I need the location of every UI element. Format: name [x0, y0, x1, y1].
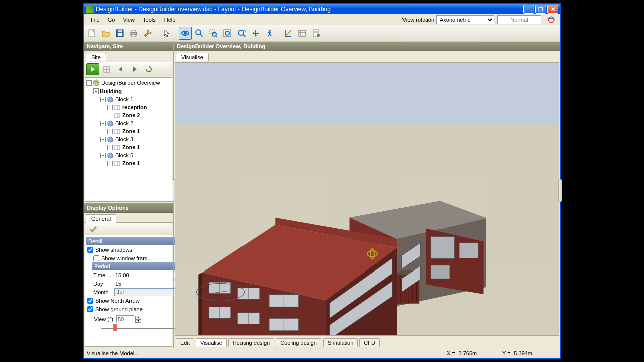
viewport-container [175, 62, 559, 336]
pan-button[interactable] [249, 27, 262, 40]
menu-tools[interactable]: Tools [139, 16, 160, 24]
site-tab[interactable]: Site [86, 53, 106, 61]
status-message: Visualise the Model... [87, 350, 447, 356]
slider-thumb[interactable] [113, 324, 117, 331]
navigation-tree[interactable]: − DesignBuilder Overview − Building − Bl… [85, 77, 172, 202]
svg-line-19 [243, 35, 245, 37]
save-button[interactable] [113, 27, 126, 40]
tree-label: DesignBuilder Overview [101, 80, 160, 86]
view-angle-input[interactable] [116, 315, 134, 323]
right-splitter[interactable] [558, 179, 562, 202]
svg-rect-7 [132, 35, 136, 37]
day-field[interactable]: Day [93, 279, 186, 288]
render-mode-box[interactable]: Normal [497, 15, 541, 24]
svg-point-84 [371, 253, 373, 255]
walk-button[interactable] [263, 27, 276, 40]
nav-grid-button[interactable] [100, 63, 113, 75]
svg-point-20 [269, 30, 271, 32]
svg-point-9 [184, 32, 187, 35]
menu-file[interactable]: File [87, 16, 104, 24]
tree-building-node[interactable]: − Building [86, 87, 171, 95]
nav-forward-button[interactable] [128, 63, 141, 75]
tab-cfd[interactable]: CFD [359, 338, 380, 347]
svg-marker-64 [198, 273, 202, 335]
info-button[interactable] [296, 27, 309, 40]
tab-visualise[interactable]: Visualise [196, 338, 227, 347]
3d-viewport[interactable] [175, 63, 559, 335]
status-bar: Visualise the Model... X = -3.765m Y = -… [84, 348, 560, 358]
svg-point-18 [238, 30, 244, 35]
wrench-button[interactable] [141, 27, 154, 40]
show-axes-button[interactable] [282, 27, 295, 40]
time-label: Time ... [93, 272, 114, 278]
menu-go[interactable]: Go [104, 16, 119, 24]
nav-toolbar [85, 62, 172, 76]
view-angle-label: View (°) [86, 316, 116, 322]
zoom-window-button[interactable] [207, 27, 220, 40]
notes-button[interactable] [310, 27, 323, 40]
tree-collapse-icon[interactable]: − [86, 80, 92, 86]
tab-cooling[interactable]: Cooling design [276, 338, 321, 347]
view-rotation-select[interactable]: Axonometric [436, 15, 494, 24]
show-shadows-checkbox[interactable] [87, 247, 93, 253]
zoom-dynamic-button[interactable]: + [193, 27, 206, 40]
nav-go-button[interactable] [86, 63, 99, 75]
detail-group-header[interactable]: Detail ▾ [86, 237, 186, 245]
period-label: Period [94, 263, 110, 269]
view-angle-slider[interactable] [101, 324, 181, 331]
nav-refresh-button[interactable] [142, 63, 155, 75]
show-north-checkbox[interactable] [87, 298, 93, 304]
main-toolbar: + [84, 25, 560, 41]
view-angle-spinner[interactable]: ▲▼ [135, 316, 141, 323]
svg-point-14 [212, 32, 216, 36]
workspace: Navigate, Site Site − DesignBuilder Over… [84, 41, 560, 348]
show-window-frame-label: Show window fram... [101, 255, 152, 261]
svg-rect-51 [459, 243, 478, 258]
visualise-tab[interactable]: Visualise [176, 53, 209, 61]
maximize-button[interactable]: ❐ [535, 5, 546, 14]
tree-site-node[interactable]: − DesignBuilder Overview [86, 79, 171, 87]
time-field[interactable]: Time ... [93, 270, 186, 279]
month-field[interactable]: Month Jul [93, 288, 186, 296]
view-rotation-label: View rotation [400, 17, 436, 23]
minimize-button[interactable]: _ [523, 5, 534, 14]
view-angle-row[interactable]: View (°) ▲▼ [86, 315, 186, 323]
tab-edit[interactable]: Edit [176, 338, 194, 347]
open-file-button[interactable] [99, 27, 112, 40]
svg-rect-6 [132, 30, 136, 32]
nav-back-button[interactable] [114, 63, 127, 75]
fit-view-button[interactable] [221, 27, 234, 40]
menu-help[interactable]: Help [160, 16, 180, 24]
show-shadows-label: Show shadows [95, 247, 132, 253]
north-arrow [196, 283, 245, 301]
orbit-button[interactable] [179, 27, 192, 40]
show-ground-checkbox[interactable] [87, 306, 93, 312]
show-window-frame-row[interactable]: Show window fram... [86, 254, 186, 262]
print-button[interactable] [127, 27, 140, 40]
menu-view[interactable]: View [119, 16, 139, 24]
tab-heating[interactable]: Heating design [228, 338, 274, 347]
month-label: Month [93, 289, 114, 295]
svg-rect-50 [431, 237, 455, 259]
app-window: DesignBuilder - DesignBuilder overview.d… [83, 3, 561, 359]
show-window-frame-checkbox[interactable] [93, 255, 99, 261]
show-north-row[interactable]: Show North Arrow [86, 296, 186, 305]
svg-line-11 [200, 34, 203, 37]
reset-view-button[interactable] [235, 27, 248, 40]
tab-simulation[interactable]: Simulation [323, 338, 358, 347]
close-button[interactable]: ✕ [547, 5, 558, 14]
select-tool-button[interactable] [160, 27, 173, 40]
status-coord-x: X = -3.765m [447, 350, 502, 356]
show-ground-row[interactable]: Show ground plane [86, 305, 186, 313]
title-bar: DesignBuilder - DesignBuilder overview.d… [84, 3, 560, 14]
period-group-header[interactable]: Period ▾ [92, 262, 186, 270]
show-shadows-row[interactable]: Show shadows [86, 245, 186, 254]
apply-options-button[interactable] [87, 223, 100, 236]
general-tab[interactable]: General [86, 214, 116, 223]
new-file-button[interactable] [85, 27, 98, 40]
building-model [184, 148, 486, 335]
svg-point-30 [317, 34, 320, 37]
energyplus-icon[interactable] [545, 15, 557, 24]
menu-bar: File Go View Tools Help View rotation Ax… [84, 14, 560, 25]
navigate-panel-header: Navigate, Site [84, 41, 173, 51]
